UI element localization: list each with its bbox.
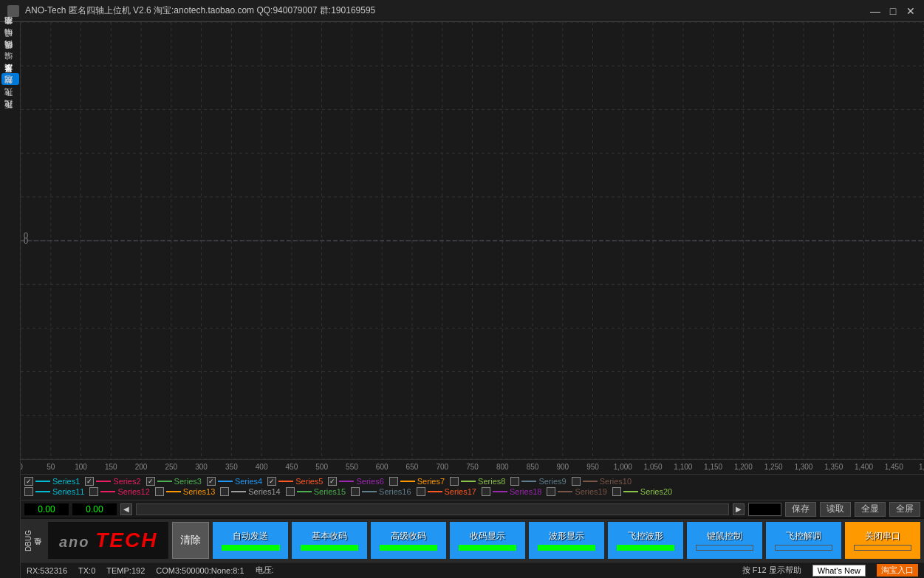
legend-checkbox[interactable]	[417, 487, 425, 496]
legend-checkbox[interactable]	[482, 487, 490, 496]
close-serial-button[interactable]: 关闭串口	[845, 522, 920, 559]
legend-checkbox[interactable]	[450, 477, 459, 486]
auto-send-button[interactable]: 自动发送	[213, 522, 288, 559]
legend-checkbox[interactable]	[328, 477, 337, 486]
legend-checkbox[interactable]	[85, 477, 94, 486]
legend-checkbox[interactable]	[547, 487, 555, 496]
legend-item[interactable]: Series3	[146, 477, 202, 486]
waveform-display-button[interactable]: 波形显示	[529, 522, 604, 559]
legend-checkbox[interactable]	[572, 477, 581, 486]
legend-checkbox[interactable]	[89, 487, 98, 496]
full-display-button[interactable]: 全显	[855, 502, 886, 517]
x-axis-label: 350	[225, 463, 238, 471]
sidebar-item-advanced[interactable]: 高级收码	[1, 49, 19, 61]
legend-item[interactable]: Series10	[572, 477, 632, 486]
legend-label: Series2	[113, 477, 140, 486]
sidebar-item-flight[interactable]: 飞控	[1, 97, 19, 109]
legend-row-1: Series1Series2Series3Series4Series5Serie…	[24, 477, 920, 486]
flight-waveform-button[interactable]: 飞控波形	[608, 522, 683, 559]
value-display-1: 0.00	[24, 503, 69, 515]
bottom-controls: 0.00 0.00 ◀ ▶ 1500 保存 读取 全显 全屏	[21, 500, 924, 517]
maximize-button[interactable]: □	[887, 5, 899, 17]
legend-item[interactable]: Series5	[267, 477, 323, 486]
flight-decode-button[interactable]: 飞控解调	[766, 522, 841, 559]
x-axis-label: 1,150	[704, 463, 722, 471]
sidebar-item-edit[interactable]: 编	[1, 61, 19, 73]
bottom-panel: DBUG 单位 ano TECH 清除 自动发送 基本收码 高级收码	[21, 517, 924, 562]
whats-new-button[interactable]: What's New	[812, 565, 866, 577]
legend-item[interactable]: Series4	[207, 477, 262, 486]
app-icon	[7, 5, 19, 17]
legend-item[interactable]: Series17	[417, 487, 476, 496]
clear-button[interactable]: 清除	[172, 522, 209, 559]
legend-item[interactable]: Series2	[85, 477, 140, 486]
fullscreen-button[interactable]: 全屏	[889, 502, 920, 517]
sidebar-item-control[interactable]: 总控制	[1, 85, 19, 97]
legend-label: Series1	[52, 477, 80, 486]
legend-line	[558, 491, 572, 492]
legend-item[interactable]: Series15	[286, 487, 346, 496]
sidebar-item-waveform[interactable]: 波形显示	[1, 73, 19, 85]
legend-label: Series19	[575, 487, 606, 496]
legend-checkbox[interactable]	[286, 487, 295, 496]
legend-item[interactable]: Series11	[24, 487, 84, 496]
recv-display-button[interactable]: 收码显示	[450, 522, 525, 559]
legend-label: Series7	[417, 477, 445, 486]
legend-item[interactable]: Series8	[450, 477, 505, 486]
size-input[interactable]: 1500	[748, 503, 781, 516]
save-button[interactable]: 保存	[785, 502, 816, 517]
legend-item[interactable]: Series14	[220, 487, 280, 496]
legend-checkbox[interactable]	[24, 487, 33, 496]
temp-status: TEMP:192	[106, 566, 145, 575]
taobao-button[interactable]: 淘宝入口	[877, 564, 918, 577]
advanced-recv-indicator	[380, 545, 437, 551]
x-axis: 0501001502002503003504004505005506006507…	[21, 459, 924, 474]
scroll-right-button[interactable]: ▶	[733, 503, 745, 515]
x-axis-label: 550	[346, 463, 358, 471]
legend-item[interactable]: Series20	[612, 487, 672, 496]
legend-checkbox[interactable]	[146, 477, 155, 486]
x-axis-label: 150	[105, 463, 117, 471]
legend-checkbox[interactable]	[510, 477, 519, 486]
legend-checkbox[interactable]	[220, 487, 229, 496]
legend-area: Series1Series2Series3Series4Series5Serie…	[21, 474, 924, 500]
legend-item[interactable]: Series9	[510, 477, 566, 486]
scroll-left-button[interactable]: ◀	[120, 503, 132, 515]
advanced-recv-button[interactable]: 高级收码	[371, 522, 446, 559]
legend-label: Series9	[538, 477, 566, 486]
legend-checkbox[interactable]	[155, 487, 164, 496]
legend-checkbox[interactable]	[24, 477, 33, 486]
legend-item[interactable]: Series16	[351, 487, 411, 496]
chart-container: 0	[21, 22, 924, 459]
legend-checkbox[interactable]	[389, 477, 398, 486]
basic-recv-button[interactable]: 基本收码	[292, 522, 367, 559]
sidebar-item-distance[interactable]: 距控飞	[1, 109, 19, 120]
legend-item[interactable]: Series18	[482, 487, 541, 496]
scroll-track[interactable]	[136, 503, 729, 515]
keyboard-indicator	[696, 545, 753, 551]
x-axis-label: 800	[496, 463, 509, 471]
legend-checkbox[interactable]	[351, 487, 360, 496]
sidebar-item-basic[interactable]: 基本功能	[1, 26, 19, 38]
minimize-button[interactable]: —	[869, 5, 881, 17]
close-button[interactable]: ✕	[905, 5, 917, 17]
read-button[interactable]: 读取	[820, 502, 851, 517]
basic-recv-indicator	[301, 545, 358, 551]
legend-item[interactable]: Series7	[389, 477, 445, 486]
rx-status: RX:532316	[27, 566, 67, 575]
legend-label: Series6	[356, 477, 383, 486]
keyboard-control-button[interactable]: 键鼠控制	[687, 522, 762, 559]
legend-checkbox[interactable]	[207, 477, 216, 486]
legend-label: Series17	[445, 487, 476, 496]
legend-item[interactable]: Series12	[89, 487, 149, 496]
x-axis-label: 1,000	[614, 463, 632, 471]
legend-item[interactable]: Series1	[24, 477, 80, 486]
sidebar-item-encode[interactable]: 编码	[1, 38, 19, 49]
legend-label: Series10	[600, 477, 632, 486]
legend-checkbox[interactable]	[612, 487, 621, 496]
legend-item[interactable]: Series13	[155, 487, 215, 496]
legend-label: Series11	[52, 487, 84, 496]
legend-checkbox[interactable]	[267, 477, 276, 486]
legend-item[interactable]: Series6	[328, 477, 383, 486]
legend-item[interactable]: Series19	[547, 487, 606, 496]
